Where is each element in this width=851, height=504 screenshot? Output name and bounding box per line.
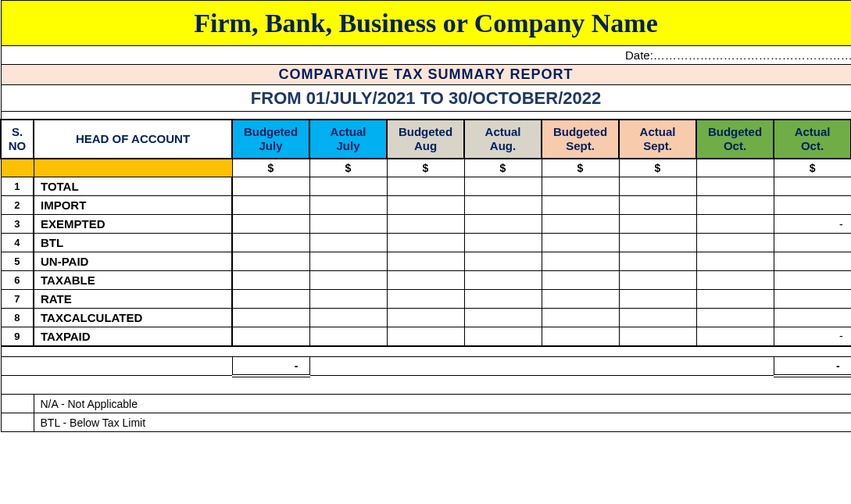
tax-summary-table: Firm, Bank, Business or Company Name Dat… [0, 0, 851, 432]
header-budgeted-july: Budgeted July [232, 120, 309, 159]
date-range: FROM 01/JULY/2021 TO 30/OCTOBER/2022 [1, 85, 851, 112]
table-row: 1 TOTAL [1, 177, 851, 196]
summary-val-0: - [232, 357, 309, 376]
legend-row: BTL - Below Tax Limit [1, 413, 851, 432]
summary-val-7: - [774, 357, 851, 376]
table-row: 8 TAXCALCULATED [1, 309, 851, 327]
table-row: 9 TAXPAID - [1, 327, 851, 346]
legend-na: N/A - Not Applicable [34, 395, 851, 413]
header-sno: S. NO [1, 120, 34, 159]
table-row: 4 BTL [1, 234, 851, 252]
currency-account-blank [34, 159, 232, 177]
header-account: HEAD OF ACCOUNT [34, 120, 232, 159]
table-row: 5 UN-PAID [1, 252, 851, 271]
table-row: 7 RATE [1, 290, 851, 309]
currency-1: $ [309, 159, 387, 177]
company-title: Firm, Bank, Business or Company Name [1, 1, 851, 46]
currency-7: $ [774, 159, 851, 177]
date-row: Date:……………………………………………… [1, 46, 851, 65]
currency-row: $ $ $ $ $ $ $ [1, 159, 851, 177]
currency-5: $ [619, 159, 696, 177]
table-row: 6 TAXABLE [1, 271, 851, 290]
currency-4: $ [542, 159, 619, 177]
header-budgeted-aug: Budgeted Aug [387, 120, 464, 159]
legend-btl: BTL - Below Tax Limit [34, 413, 851, 432]
header-actual-july: Actual July [309, 120, 387, 159]
currency-sno-blank [1, 159, 34, 177]
gap-row [1, 346, 851, 357]
legend-row: N/A - Not Applicable [1, 395, 851, 413]
header-budgeted-sep: Budgeted Sept. [542, 120, 619, 159]
date-range-row: FROM 01/JULY/2021 TO 30/OCTOBER/2022 [1, 85, 851, 112]
currency-2: $ [387, 159, 464, 177]
blank-row [1, 376, 851, 395]
currency-0: $ [232, 159, 309, 177]
spacer-row [1, 112, 851, 120]
company-title-row: Firm, Bank, Business or Company Name [1, 1, 851, 46]
report-title: COMPARATIVE TAX SUMMARY REPORT [1, 65, 851, 85]
summary-row: - - [1, 357, 851, 376]
table-row: 2 IMPORT [1, 196, 851, 215]
header-actual-oct: Actual Oct. [774, 120, 851, 159]
date-field[interactable]: Date:……………………………………………… [619, 46, 851, 65]
column-header-row: S. NO HEAD OF ACCOUNT Budgeted July Actu… [1, 120, 851, 159]
header-actual-aug: Actual Aug. [464, 120, 542, 159]
table-row: 3 EXEMPTED - [1, 215, 851, 234]
currency-6 [696, 159, 774, 177]
header-actual-sep: Actual Sept. [619, 120, 696, 159]
currency-3: $ [464, 159, 542, 177]
header-budgeted-oct: Budgeted Oct. [696, 120, 774, 159]
report-title-row: COMPARATIVE TAX SUMMARY REPORT [1, 65, 851, 85]
